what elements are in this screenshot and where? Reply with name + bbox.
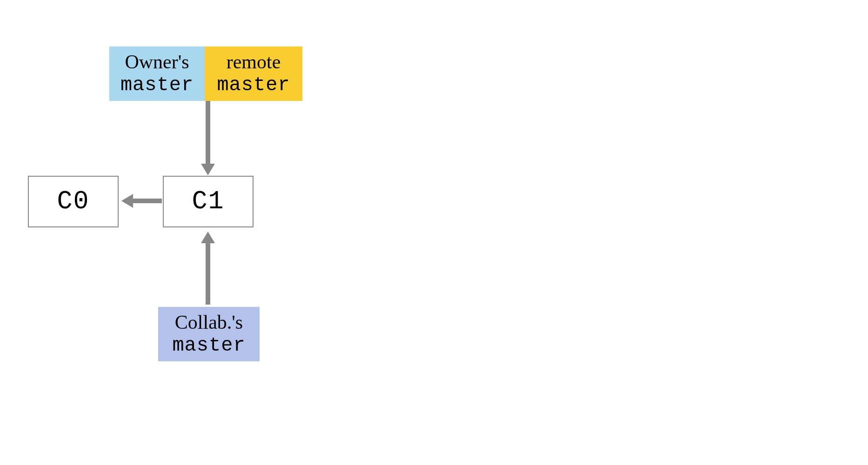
branch-label-collab: Collab.'s master <box>158 307 260 361</box>
branch-label-owner: Owner's master <box>109 46 205 101</box>
branch-title-collab: Collab.'s <box>166 311 252 334</box>
branch-label-remote: remote master <box>205 46 302 101</box>
git-branch-diagram: Owner's master remote master Collab.'s m… <box>28 46 447 418</box>
branch-title-remote: remote <box>212 50 295 73</box>
svg-marker-2 <box>201 164 215 175</box>
arrow-up-icon <box>199 230 217 305</box>
commit-label-c0: C0 <box>57 187 89 216</box>
branch-name-owner: master <box>117 73 197 97</box>
branch-title-owner: Owner's <box>117 50 197 73</box>
branch-name-remote: master <box>212 73 295 97</box>
arrow-branches-to-c1 <box>199 101 217 175</box>
svg-marker-6 <box>201 232 215 243</box>
svg-marker-4 <box>121 194 133 208</box>
commit-label-c1: C1 <box>192 187 224 216</box>
commit-node-c0: C0 <box>28 176 119 227</box>
arrow-down-icon <box>199 101 217 175</box>
arrow-left-icon <box>120 192 162 210</box>
arrow-c1-to-c0 <box>120 192 162 210</box>
commit-node-c1: C1 <box>163 176 254 227</box>
branch-name-collab: master <box>166 334 252 357</box>
arrow-collab-to-c1 <box>199 230 217 305</box>
